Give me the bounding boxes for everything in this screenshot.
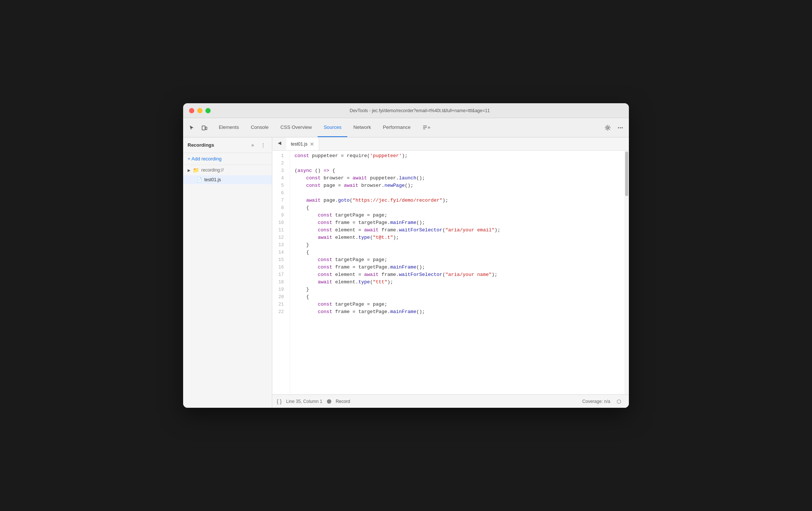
code-line-21: const targetPage = page;	[295, 301, 624, 308]
maximize-button[interactable]	[205, 108, 211, 113]
cursor-icon-btn[interactable]	[186, 122, 197, 133]
editor-area: ◀ test01.js ✕ 1 2 3 4 5 6 7	[272, 137, 629, 408]
editor-tab-test01[interactable]: test01.js ✕	[286, 137, 319, 150]
tab-console-label: Console	[251, 124, 269, 130]
more-options-btn[interactable]	[615, 122, 626, 133]
minimize-button[interactable]	[197, 108, 202, 113]
close-button[interactable]	[189, 108, 194, 113]
add-recording-button[interactable]: + Add recording	[183, 153, 272, 165]
scrollbar-track[interactable]	[624, 151, 629, 394]
code-line-5: const page = await browser.newPage();	[295, 182, 624, 189]
code-line-2	[295, 160, 624, 167]
settings-icon-btn[interactable]	[602, 122, 613, 133]
code-line-20: {	[295, 293, 624, 301]
code-line-11: const element = await frame.waitForSelec…	[295, 227, 624, 234]
tab-network-label: Network	[353, 124, 371, 130]
scrollbar-thumb[interactable]	[625, 152, 628, 196]
tab-more[interactable]: »	[416, 118, 436, 137]
record-dot-icon	[327, 399, 331, 404]
tree-file-test01[interactable]: 📄 test01.js	[183, 175, 272, 184]
code-line-9: const targetPage = page;	[295, 212, 624, 219]
cursor-icon	[189, 125, 195, 131]
code-line-12: await element.type("t@t.t");	[295, 234, 624, 241]
tree-folder-recording[interactable]: ▶ 📁 recording://	[183, 165, 272, 175]
svg-rect-0	[202, 126, 205, 130]
tab-sources[interactable]: Sources	[318, 118, 347, 137]
code-line-1: const puppeteer = require('puppeteer');	[295, 152, 624, 160]
code-line-4: const browser = await puppeteer.launch()…	[295, 175, 624, 182]
code-line-6	[295, 189, 624, 197]
sidebar-title: Recordings	[188, 142, 248, 148]
sidebar-header-icons: » ⋮	[248, 141, 267, 150]
editor-tab-filename: test01.js	[291, 141, 308, 147]
code-line-17: const element = await frame.waitForSelec…	[295, 271, 624, 279]
status-bar: { } Line 35, Column 1 Record Coverage: n…	[272, 394, 629, 408]
code-content: 1 2 3 4 5 6 7 8 9 10 11 12 13 14	[272, 151, 629, 394]
code-line-18: await element.type("ttt");	[295, 279, 624, 286]
sidebar-tree: ▶ 📁 recording:// 📄 test01.js	[183, 165, 272, 408]
tab-css-overview[interactable]: CSS Overview	[275, 118, 318, 137]
svg-point-3	[618, 127, 619, 128]
chevron-right-icon	[422, 125, 428, 130]
file-name: test01.js	[204, 177, 221, 182]
screenshot-btn[interactable]: ⬡	[613, 396, 624, 407]
tab-performance[interactable]: Performance	[377, 118, 416, 137]
tab-sources-label: Sources	[324, 124, 341, 130]
device-icon	[201, 125, 207, 131]
gear-icon	[605, 125, 611, 131]
tab-performance-label: Performance	[383, 124, 410, 130]
status-left: { } Line 35, Column 1 Record	[277, 398, 350, 404]
status-right: Coverage: n/a ⬡	[582, 396, 624, 407]
editor-tabs: ◀ test01.js ✕	[272, 137, 629, 151]
svg-point-5	[622, 127, 623, 128]
tab-console[interactable]: Console	[245, 118, 275, 137]
tab-elements-label: Elements	[219, 124, 239, 130]
code-line-22: const frame = targetPage.mainFrame();	[295, 308, 624, 316]
code-editor[interactable]: 1 2 3 4 5 6 7 8 9 10 11 12 13 14	[272, 151, 629, 394]
tab-network[interactable]: Network	[347, 118, 377, 137]
code-lines: const puppeteer = require('puppeteer'); …	[290, 151, 624, 394]
file-icon: 📄	[196, 177, 202, 182]
svg-point-4	[620, 127, 621, 128]
folder-arrow-icon: ▶	[188, 168, 191, 172]
code-line-16: const frame = targetPage.mainFrame();	[295, 264, 624, 271]
editor-tab-close[interactable]: ✕	[310, 141, 314, 147]
main-content: Recordings » ⋮ + Add recording ▶ 📁 recor…	[183, 137, 629, 408]
coverage-label: Coverage: n/a	[582, 399, 610, 404]
tab-items: Elements Console CSS Overview Sources Ne…	[213, 118, 599, 137]
code-line-14: {	[295, 249, 624, 256]
nav-buttons	[186, 118, 210, 137]
title-bar: DevTools - jec.fyi/demo/recorder?email=t…	[183, 103, 629, 118]
sidebar-expand-btn[interactable]: »	[248, 141, 257, 150]
add-recording-label: + Add recording	[188, 156, 221, 162]
tab-bar: Elements Console CSS Overview Sources Ne…	[183, 118, 629, 137]
code-line-13: }	[295, 241, 624, 249]
record-button[interactable]: Record	[336, 399, 350, 404]
code-line-7: await page.goto("https://jec.fyi/demo/re…	[295, 197, 624, 204]
sidebar: Recordings » ⋮ + Add recording ▶ 📁 recor…	[183, 137, 272, 408]
code-line-15: const targetPage = page;	[295, 256, 624, 264]
code-line-10: const frame = targetPage.mainFrame();	[295, 219, 624, 227]
svg-point-2	[607, 127, 609, 128]
format-braces[interactable]: { }	[277, 398, 282, 404]
ellipsis-icon	[617, 125, 623, 131]
window-title: DevTools - jec.fyi/demo/recorder?email=t…	[217, 108, 623, 113]
device-toolbar-btn[interactable]	[199, 122, 210, 133]
traffic-lights	[189, 108, 211, 113]
svg-rect-1	[205, 127, 207, 130]
devtools-window: DevTools - jec.fyi/demo/recorder?email=t…	[183, 103, 629, 408]
editor-nav-btn[interactable]: ◀	[274, 137, 285, 149]
sidebar-header: Recordings » ⋮	[183, 137, 272, 153]
cursor-position: Line 35, Column 1	[286, 399, 322, 404]
tab-elements[interactable]: Elements	[213, 118, 245, 137]
folder-name: recording://	[201, 167, 224, 173]
code-line-8: {	[295, 204, 624, 212]
code-line-3: (async () => {	[295, 167, 624, 175]
folder-icon: 📁	[193, 167, 199, 173]
sidebar-more-btn[interactable]: ⋮	[259, 141, 267, 150]
toolbar-actions	[602, 118, 626, 137]
line-numbers: 1 2 3 4 5 6 7 8 9 10 11 12 13 14	[272, 151, 290, 394]
tab-css-label: CSS Overview	[280, 124, 312, 130]
code-line-19: }	[295, 286, 624, 293]
